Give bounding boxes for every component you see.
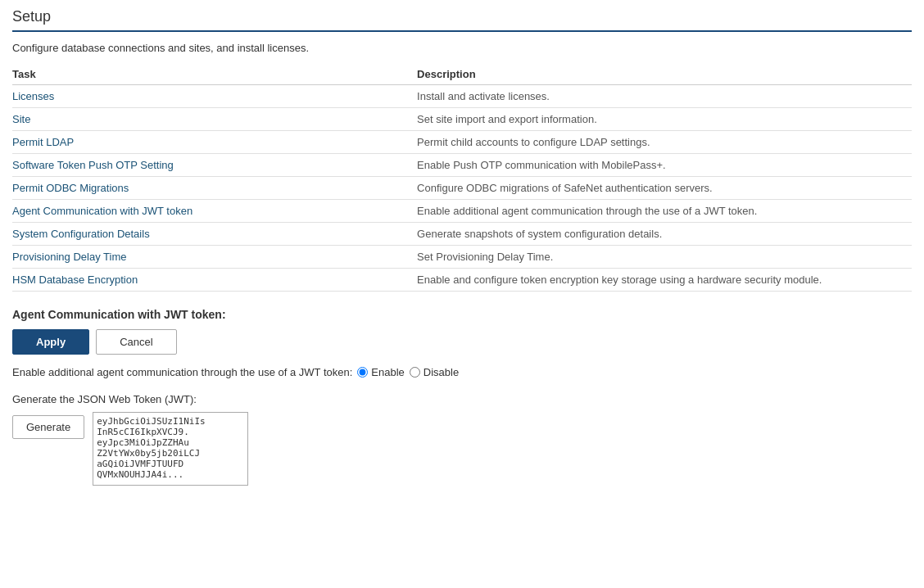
generate-button[interactable]: Generate bbox=[12, 415, 84, 439]
desc-cell: Enable and configure token encryption ke… bbox=[417, 269, 912, 292]
task-cell: Licenses bbox=[12, 85, 417, 108]
table-row: HSM Database EncryptionEnable and config… bbox=[12, 269, 912, 292]
task-cell: Agent Communication with JWT token bbox=[12, 200, 417, 223]
task-cell: HSM Database Encryption bbox=[12, 269, 417, 292]
enable-radio[interactable] bbox=[357, 367, 368, 378]
jwt-textarea[interactable] bbox=[93, 412, 248, 486]
form-section-label: Agent Communication with JWT token: bbox=[12, 308, 912, 321]
task-table: Task Description LicensesInstall and act… bbox=[12, 64, 912, 292]
disable-radio[interactable] bbox=[410, 367, 420, 378]
desc-cell: Set site import and export information. bbox=[417, 108, 912, 131]
task-cell: Permit LDAP bbox=[12, 131, 417, 154]
task-cell: Provisioning Delay Time bbox=[12, 246, 417, 269]
desc-cell: Enable Push OTP communication with Mobil… bbox=[417, 154, 912, 177]
enable-label[interactable]: Enable bbox=[357, 366, 404, 378]
table-row: Permit LDAPPermit child accounts to conf… bbox=[12, 131, 912, 154]
col-task-header: Task bbox=[12, 64, 417, 85]
jwt-section: Generate the JSON Web Token (JWT): Gener… bbox=[12, 393, 912, 486]
table-row: SiteSet site import and export informati… bbox=[12, 108, 912, 131]
apply-button[interactable]: Apply bbox=[12, 329, 89, 355]
task-link[interactable]: Site bbox=[12, 113, 30, 125]
col-desc-header: Description bbox=[417, 64, 912, 85]
task-link[interactable]: HSM Database Encryption bbox=[12, 274, 138, 286]
task-link[interactable]: Permit ODBC Migrations bbox=[12, 182, 129, 194]
disable-label[interactable]: Disable bbox=[410, 366, 459, 378]
task-cell: Software Token Push OTP Setting bbox=[12, 154, 417, 177]
desc-cell: Enable additional agent communication th… bbox=[417, 200, 912, 223]
task-link[interactable]: Provisioning Delay Time bbox=[12, 251, 126, 263]
table-row: Provisioning Delay TimeSet Provisioning … bbox=[12, 246, 912, 269]
task-link[interactable]: Software Token Push OTP Setting bbox=[12, 159, 174, 171]
table-row: Permit ODBC MigrationsConfigure ODBC mig… bbox=[12, 177, 912, 200]
button-row: Apply Cancel bbox=[12, 329, 912, 355]
table-row: LicensesInstall and activate licenses. bbox=[12, 85, 912, 108]
desc-cell: Configure ODBC migrations of SafeNet aut… bbox=[417, 177, 912, 200]
desc-cell: Generate snapshots of system configurati… bbox=[417, 223, 912, 246]
enable-desc: Enable additional agent communication th… bbox=[12, 366, 352, 378]
desc-cell: Install and activate licenses. bbox=[417, 85, 912, 108]
desc-cell: Permit child accounts to configure LDAP … bbox=[417, 131, 912, 154]
table-row: System Configuration DetailsGenerate sna… bbox=[12, 223, 912, 246]
task-cell: Permit ODBC Migrations bbox=[12, 177, 417, 200]
task-link[interactable]: Agent Communication with JWT token bbox=[12, 205, 192, 217]
jwt-inner: Generate bbox=[12, 412, 912, 486]
jwt-label: Generate the JSON Web Token (JWT): bbox=[12, 393, 912, 405]
task-link[interactable]: Licenses bbox=[12, 90, 54, 102]
page-title: Setup bbox=[12, 8, 912, 25]
task-link[interactable]: System Configuration Details bbox=[12, 228, 150, 240]
task-cell: System Configuration Details bbox=[12, 223, 417, 246]
enable-row: Enable additional agent communication th… bbox=[12, 366, 912, 378]
cancel-button[interactable]: Cancel bbox=[96, 329, 176, 355]
desc-cell: Set Provisioning Delay Time. bbox=[417, 246, 912, 269]
table-row: Software Token Push OTP SettingEnable Pu… bbox=[12, 154, 912, 177]
subtitle: Configure database connections and sites… bbox=[12, 42, 912, 54]
task-cell: Site bbox=[12, 108, 417, 131]
task-link[interactable]: Permit LDAP bbox=[12, 136, 74, 148]
title-divider bbox=[12, 30, 912, 32]
table-row: Agent Communication with JWT tokenEnable… bbox=[12, 200, 912, 223]
